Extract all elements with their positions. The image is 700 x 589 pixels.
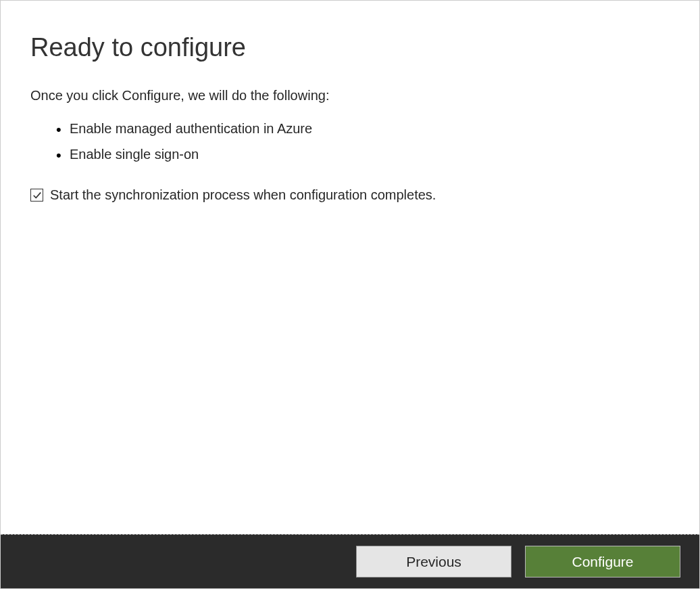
action-item: Enable managed authentication in Azure (70, 116, 670, 141)
sync-checkbox-label: Start the synchronization process when c… (50, 187, 436, 203)
sync-checkbox[interactable] (30, 189, 43, 202)
footer-bar: Previous Configure (1, 534, 699, 588)
configure-button[interactable]: Configure (525, 546, 680, 578)
sync-checkbox-row: Start the synchronization process when c… (30, 187, 670, 203)
intro-text: Once you click Configure, we will do the… (30, 88, 670, 103)
action-list: Enable managed authentication in Azure E… (70, 116, 670, 167)
previous-button[interactable]: Previous (356, 546, 511, 578)
content-area: Ready to configure Once you click Config… (1, 1, 699, 534)
checkmark-icon (32, 191, 42, 200)
action-item: Enable single sign-on (70, 141, 670, 167)
page-title: Ready to configure (30, 33, 670, 62)
